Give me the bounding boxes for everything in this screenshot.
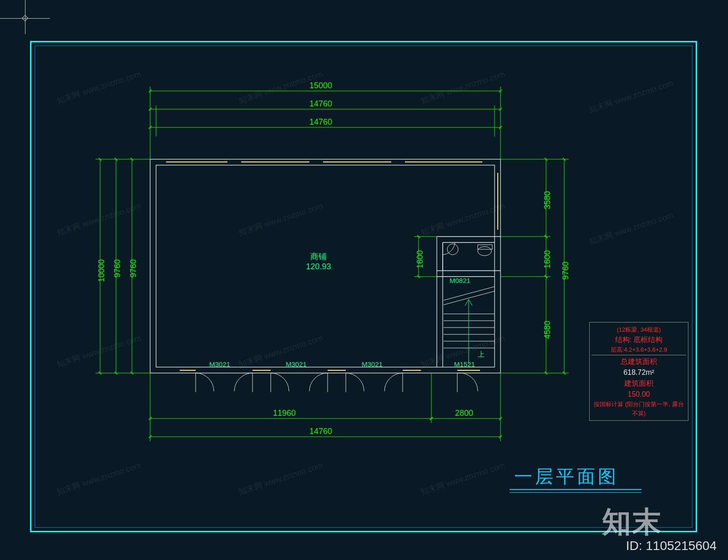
dim-left-inner: 9760 — [129, 259, 138, 277]
drawing-title: 一层平面图 — [514, 464, 619, 489]
info-box: (12栋梁, 34根道) 结构: 底框结构 层高:4.2+3.6+3.6+2.9… — [589, 322, 688, 421]
stairs — [444, 287, 495, 364]
dim-top-mid: 14760 — [309, 99, 332, 109]
logo-watermark: 知末 — [602, 502, 662, 542]
svg-point-28 — [447, 244, 458, 255]
door-label-1: M3021 — [209, 360, 230, 368]
dim-left-mid: 9760 — [113, 259, 122, 277]
room-area: 120.93 — [291, 262, 346, 272]
toilet-fixtures — [447, 244, 492, 256]
info-floor-area-value: 150.00 — [592, 389, 686, 400]
info-total-area-value: 618.72m² — [592, 367, 686, 378]
dim-bottom-left: 11960 — [273, 409, 296, 418]
dim-top-outer: 15000 — [309, 81, 332, 91]
title-underline-2 — [510, 492, 642, 493]
info-total-area-label: 总建筑面积 — [592, 356, 686, 367]
svg-point-29 — [478, 247, 491, 256]
title-underline-1 — [510, 489, 642, 490]
dim-right-mid: 1600 — [543, 250, 552, 268]
room-name: 商铺 — [291, 251, 346, 262]
floor-plan-canvas — [0, 0, 728, 560]
door-label-3: M3021 — [362, 360, 383, 368]
dim-top-inner: 14760 — [309, 117, 332, 127]
info-line-3: 层高:4.2+3.6+3.6+2.9 — [592, 345, 686, 354]
info-line-2: 结构: 底框结构 — [592, 334, 686, 345]
dim-bottom-total: 14760 — [309, 427, 332, 436]
dim-bottom-right: 2800 — [455, 409, 473, 418]
dim-left-outer: 10000 — [97, 259, 106, 282]
door-label-4: M1521 — [454, 360, 475, 368]
stair-label: 上 — [478, 350, 485, 359]
room-label: 商铺 120.93 — [291, 251, 346, 272]
dim-right-bot: 4580 — [543, 321, 552, 339]
info-line-1: (12栋梁, 34根道) — [592, 325, 686, 334]
info-note: 按国标计算 (阳台门按第一半, 露台不算) — [592, 400, 686, 418]
image-id: ID: 1105215604 — [626, 539, 717, 553]
dim-right-top: 3580 — [543, 191, 552, 209]
dim-right-total: 9760 — [561, 262, 571, 280]
info-floor-area-label: 建筑面积 — [592, 378, 686, 389]
door-label-2: M3021 — [286, 360, 307, 368]
door-label-5: M0821 — [450, 277, 470, 284]
dim-inner-1600: 1600 — [415, 250, 425, 268]
